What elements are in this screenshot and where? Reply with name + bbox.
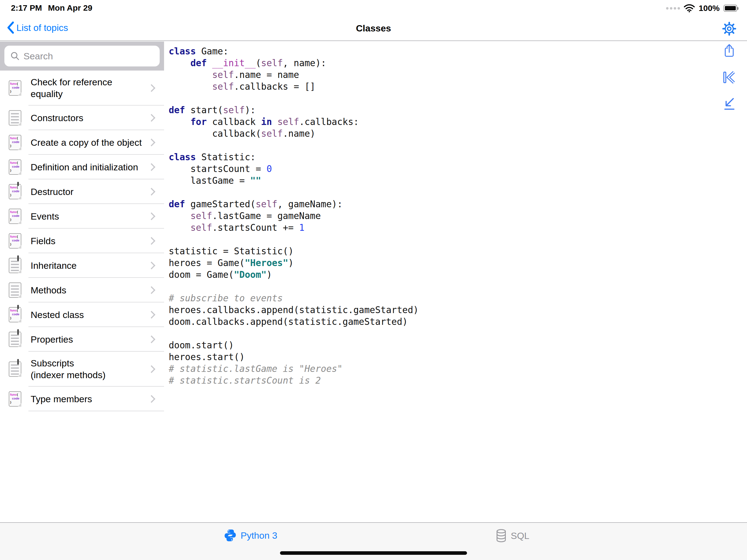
sidebar-item-label: Constructors bbox=[31, 112, 149, 124]
collapse-to-corner-icon[interactable] bbox=[722, 97, 736, 111]
lock-icon bbox=[17, 360, 23, 365]
sidebar-item-label: Check for reference equality bbox=[31, 76, 149, 100]
code-line: # statistic.lastGame is "Heroes" bbox=[169, 363, 419, 375]
code-line bbox=[169, 328, 419, 339]
list-doc-icon bbox=[9, 282, 21, 298]
code-line bbox=[169, 281, 419, 292]
code-line bbox=[169, 93, 419, 104]
topics-list: func{code}Check for reference equalityCo… bbox=[0, 71, 164, 411]
wifi-icon bbox=[684, 4, 695, 12]
code-line: doom.callbacks.append(statistic.gameStar… bbox=[169, 316, 419, 328]
code-line: lastGame = "" bbox=[169, 175, 419, 186]
code-line: def gameStarted(self, gameName): bbox=[169, 198, 419, 210]
func-code-doc-icon: func{code} bbox=[9, 209, 21, 224]
sidebar-item-label: Definition and initialization bbox=[31, 161, 149, 173]
chevron-right-icon bbox=[148, 188, 155, 196]
topics-sidebar: func{code}Check for reference equalityCo… bbox=[0, 42, 164, 560]
share-icon[interactable] bbox=[722, 44, 736, 57]
navigation-bar: List of topics Classes bbox=[0, 17, 747, 41]
lock-icon bbox=[17, 182, 23, 186]
code-line: heroes = Game("Heroes") bbox=[169, 257, 419, 269]
chevron-right-icon bbox=[148, 311, 155, 319]
sidebar-item[interactable]: func{code}Nested class bbox=[0, 302, 164, 327]
code-line: class Game: bbox=[169, 45, 419, 57]
code-line: self.name = name bbox=[169, 69, 419, 81]
func-code-doc-icon: func{code} bbox=[9, 80, 21, 96]
lock-icon bbox=[17, 330, 23, 335]
skip-to-start-icon[interactable] bbox=[722, 71, 736, 84]
list-doc-icon bbox=[9, 332, 21, 347]
sidebar-item[interactable]: func{code}Fields bbox=[0, 229, 164, 253]
code-line: # statistic.startsCount is 2 bbox=[169, 375, 419, 386]
chevron-right-icon bbox=[148, 212, 155, 220]
func-code-doc-icon: func{code} bbox=[9, 307, 21, 322]
chevron-right-icon bbox=[148, 114, 155, 122]
python-logo-icon bbox=[224, 529, 237, 542]
sidebar-item[interactable]: func{code}Check for reference equality bbox=[0, 71, 164, 105]
tab-sql[interactable]: SQL bbox=[495, 529, 530, 542]
code-line: doom = Game("Doom") bbox=[169, 269, 419, 281]
code-line: self.lastGame = gameName bbox=[169, 210, 419, 222]
sidebar-item[interactable]: func{code}Events bbox=[0, 204, 164, 229]
code-line: self.callbacks = [] bbox=[169, 81, 419, 93]
sidebar-item-label: Inheritance bbox=[31, 260, 149, 272]
status-date: Mon Apr 29 bbox=[48, 3, 92, 12]
status-time-date: 2:17 PMMon Apr 29 bbox=[11, 3, 98, 12]
func-code-doc-icon: func{code} bbox=[9, 184, 21, 199]
status-indicators: 100% bbox=[666, 3, 737, 14]
code-example: class Game: def __init__(self, name): se… bbox=[169, 45, 419, 386]
chevron-right-icon bbox=[148, 138, 155, 146]
sidebar-item-label: Properties bbox=[31, 334, 149, 345]
code-line: self.startsCount += 1 bbox=[169, 222, 419, 233]
chevron-right-icon bbox=[148, 395, 155, 403]
chevron-right-icon bbox=[148, 237, 155, 245]
func-code-doc-icon: func{code} bbox=[9, 391, 21, 407]
cellular-signal-icon bbox=[666, 7, 680, 9]
func-code-doc-icon: func{code} bbox=[9, 135, 21, 150]
search-field[interactable] bbox=[4, 46, 160, 67]
sidebar-item-label: Type members bbox=[31, 393, 149, 405]
sidebar-item[interactable]: func{code}Type members bbox=[0, 387, 164, 411]
code-line: startsCount = 0 bbox=[169, 163, 419, 175]
tab-sql-label: SQL bbox=[511, 531, 530, 541]
sidebar-item[interactable]: Constructors bbox=[0, 105, 164, 130]
tab-python3[interactable]: Python 3 bbox=[224, 529, 277, 542]
status-time: 2:17 PM bbox=[11, 3, 42, 12]
chevron-right-icon bbox=[148, 84, 155, 92]
sidebar-item-label: Create a copy of the object bbox=[31, 137, 149, 149]
code-line: # subscribe to events bbox=[169, 292, 419, 304]
battery-percent: 100% bbox=[699, 4, 720, 13]
code-line: statistic = Statistic() bbox=[169, 245, 419, 257]
code-line: def start(self): bbox=[169, 104, 419, 116]
home-indicator[interactable] bbox=[280, 551, 467, 555]
code-line: heroes.callbacks.append(statistic.gameSt… bbox=[169, 304, 419, 316]
sidebar-item-label: Destructor bbox=[31, 186, 149, 198]
code-line bbox=[169, 233, 419, 245]
sidebar-item[interactable]: func{code}Create a copy of the object bbox=[0, 130, 164, 155]
settings-gear-icon[interactable] bbox=[722, 21, 737, 36]
search-input[interactable] bbox=[24, 51, 160, 61]
sidebar-item[interactable]: Subscripts (indexer methods) bbox=[0, 352, 164, 387]
sidebar-item-label: Subscripts (indexer methods) bbox=[31, 357, 149, 381]
sidebar-item[interactable]: Properties bbox=[0, 327, 164, 352]
list-doc-icon bbox=[9, 361, 21, 377]
code-line: class Statistic: bbox=[169, 151, 419, 163]
sidebar-item-label: Fields bbox=[31, 235, 149, 247]
search-icon bbox=[10, 51, 20, 61]
code-line: for callback in self.callbacks: bbox=[169, 116, 419, 128]
sidebar-item[interactable]: Inheritance bbox=[0, 253, 164, 278]
status-bar: 2:17 PMMon Apr 29 100% bbox=[0, 0, 747, 17]
lock-icon bbox=[17, 256, 23, 261]
list-doc-icon bbox=[9, 258, 21, 273]
code-line bbox=[169, 186, 419, 198]
code-line: heroes.start() bbox=[169, 351, 419, 363]
sidebar-item[interactable]: func{code}Definition and initialization bbox=[0, 155, 164, 179]
sidebar-item-label: Events bbox=[31, 210, 149, 222]
chevron-right-icon bbox=[148, 335, 155, 343]
code-toolbar bbox=[722, 44, 736, 111]
func-code-doc-icon: func{code} bbox=[9, 233, 21, 249]
sidebar-item[interactable]: Methods bbox=[0, 278, 164, 302]
search-bar-container bbox=[0, 42, 164, 71]
sidebar-item[interactable]: func{code}Destructor bbox=[0, 179, 164, 204]
code-line bbox=[169, 139, 419, 151]
